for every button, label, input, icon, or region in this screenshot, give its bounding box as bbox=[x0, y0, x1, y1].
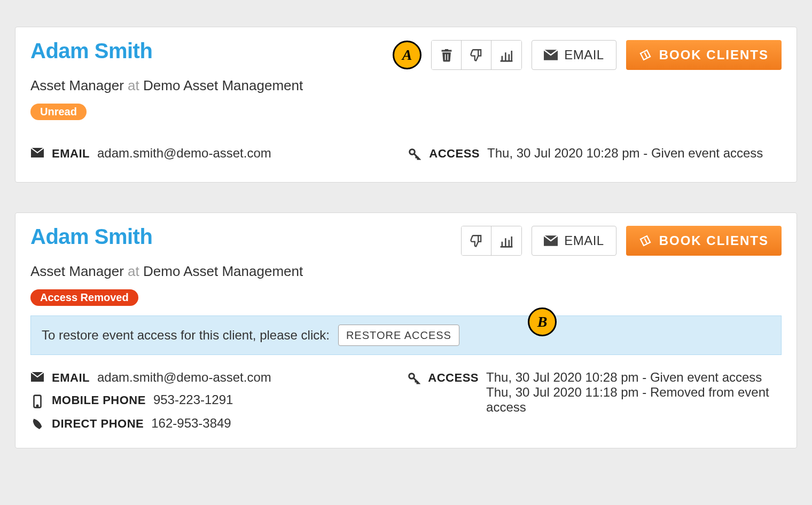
access-label: ACCESS bbox=[429, 146, 480, 161]
direct-value: 162-953-3849 bbox=[151, 416, 231, 431]
svg-point-0 bbox=[410, 149, 415, 155]
phone-icon bbox=[30, 416, 44, 430]
email-value: adam.smith@demo-asset.com bbox=[97, 370, 271, 385]
email-button[interactable]: EMAIL bbox=[532, 226, 616, 256]
svg-point-2 bbox=[37, 405, 38, 407]
ticket-icon bbox=[639, 49, 652, 61]
envelope-icon bbox=[544, 235, 558, 246]
book-clients-button[interactable]: BOOK CLIENTS bbox=[626, 226, 782, 256]
book-clients-button[interactable]: BOOK CLIENTS bbox=[626, 40, 782, 70]
restore-prompt-text: To restore event access for this client,… bbox=[42, 328, 330, 343]
access-value: Thu, 30 Jul 2020 10:28 pm - Given event … bbox=[487, 146, 763, 161]
card-header: Adam Smith A bbox=[30, 40, 782, 70]
field-access: ACCESS Thu, 30 Jul 2020 10:28 pm - Given… bbox=[408, 146, 782, 161]
envelope-icon bbox=[544, 50, 558, 60]
email-button-label: EMAIL bbox=[564, 48, 604, 62]
thumbs-down-button[interactable] bbox=[462, 41, 491, 69]
access-label: ACCESS bbox=[428, 370, 479, 385]
mobile-icon bbox=[30, 392, 44, 408]
key-icon bbox=[408, 146, 421, 161]
email-label: EMAIL bbox=[52, 146, 90, 161]
stats-button[interactable] bbox=[491, 41, 521, 69]
book-clients-label: BOOK CLIENTS bbox=[659, 48, 769, 62]
client-details: EMAIL adam.smith@demo-asset.com MOBILE P… bbox=[30, 370, 782, 438]
key-icon bbox=[408, 370, 420, 385]
trash-icon bbox=[441, 48, 452, 62]
details-left: EMAIL adam.smith@demo-asset.com MOBILE P… bbox=[30, 370, 386, 438]
card-header: Adam Smith EMAIL bbox=[30, 226, 782, 256]
client-details: EMAIL adam.smith@demo-asset.com ACCESS T… bbox=[30, 146, 782, 168]
details-right: ACCESS Thu, 30 Jul 2020 10:28 pm - Given… bbox=[408, 370, 782, 438]
svg-point-3 bbox=[409, 374, 415, 379]
field-email: EMAIL adam.smith@demo-asset.com bbox=[30, 146, 386, 161]
email-button[interactable]: EMAIL bbox=[532, 40, 616, 70]
status-badge: Access Removed bbox=[30, 289, 138, 306]
ticket-icon bbox=[639, 234, 652, 247]
access-value: Thu, 30 Jul 2020 10:28 pm - Given event … bbox=[486, 370, 782, 415]
mobile-label: MOBILE PHONE bbox=[52, 392, 146, 407]
client-name[interactable]: Adam Smith bbox=[30, 226, 152, 247]
restore-access-notice: To restore event access for this client,… bbox=[30, 315, 782, 355]
header-actions: EMAIL BOOK CLIENTS bbox=[461, 226, 782, 256]
role-title: Asset Manager bbox=[30, 263, 124, 279]
field-access: ACCESS Thu, 30 Jul 2020 10:28 pm - Given… bbox=[408, 370, 782, 415]
stats-button[interactable] bbox=[491, 226, 521, 255]
thumbs-down-button[interactable] bbox=[462, 226, 491, 255]
role-company: Demo Asset Management bbox=[143, 77, 303, 93]
restore-access-button[interactable]: RESTORE ACCESS bbox=[338, 325, 459, 346]
client-role: Asset Manager at Demo Asset Management bbox=[30, 77, 782, 94]
client-card: Adam Smith EMAIL bbox=[15, 212, 797, 448]
envelope-icon bbox=[30, 370, 44, 382]
envelope-icon bbox=[30, 146, 44, 157]
access-line-1: Thu, 30 Jul 2020 10:28 pm - Given event … bbox=[486, 370, 762, 384]
role-company: Demo Asset Management bbox=[143, 263, 303, 279]
status-badge: Unread bbox=[30, 104, 87, 120]
field-email: EMAIL adam.smith@demo-asset.com bbox=[30, 370, 386, 385]
annotation-badge-a: A bbox=[393, 41, 421, 69]
client-name[interactable]: Adam Smith bbox=[30, 40, 152, 61]
icon-button-group bbox=[461, 226, 522, 256]
details-left: EMAIL adam.smith@demo-asset.com bbox=[30, 146, 386, 168]
role-title: Asset Manager bbox=[30, 77, 124, 93]
field-direct: DIRECT PHONE 162-953-3849 bbox=[30, 416, 386, 431]
thumbs-down-icon bbox=[470, 234, 483, 248]
client-role: Asset Manager at Demo Asset Management bbox=[30, 263, 782, 280]
field-mobile: MOBILE PHONE 953-223-1291 bbox=[30, 392, 386, 408]
email-label: EMAIL bbox=[52, 370, 90, 385]
mobile-value: 953-223-1291 bbox=[153, 392, 233, 407]
email-button-label: EMAIL bbox=[564, 233, 604, 248]
details-right: ACCESS Thu, 30 Jul 2020 10:28 pm - Given… bbox=[408, 146, 782, 168]
email-value: adam.smith@demo-asset.com bbox=[97, 146, 271, 161]
direct-label: DIRECT PHONE bbox=[52, 416, 144, 431]
delete-button[interactable] bbox=[432, 41, 462, 69]
role-at: at bbox=[128, 77, 139, 93]
role-at: at bbox=[128, 263, 139, 279]
book-clients-label: BOOK CLIENTS bbox=[659, 233, 769, 248]
access-line-2: Thu, 30 Jul 2020 11:18 pm - Removed from… bbox=[486, 385, 769, 414]
header-actions: A bbox=[393, 40, 782, 70]
bar-chart-icon bbox=[499, 48, 513, 62]
thumbs-down-icon bbox=[470, 48, 483, 62]
client-card: Remove event access for this client Adam… bbox=[15, 27, 797, 183]
bar-chart-icon bbox=[499, 234, 513, 248]
annotation-badge-b: B bbox=[528, 307, 557, 336]
icon-button-group bbox=[431, 40, 522, 70]
